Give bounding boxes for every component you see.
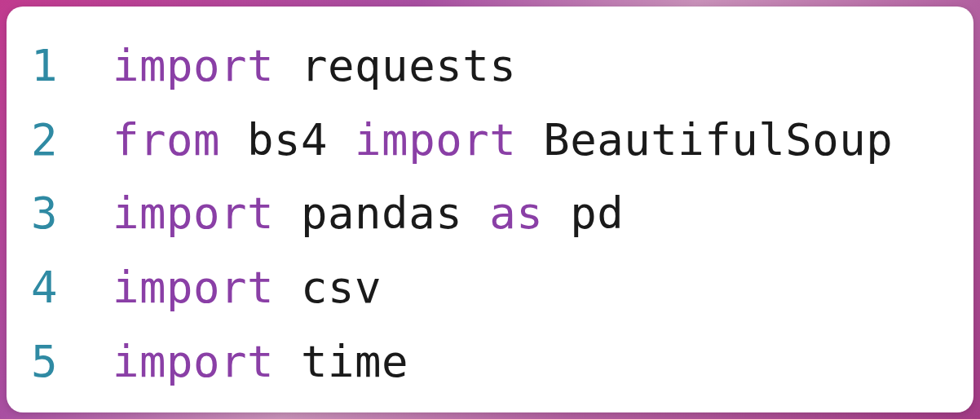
code-line: 1import requests (31, 29, 949, 104)
line-number: 5 (31, 325, 113, 399)
keyword-token: import (113, 336, 274, 387)
keyword-token: import (113, 187, 274, 239)
text-token: csv (274, 262, 382, 313)
keyword-token: import (355, 114, 516, 165)
text-token: pandas (274, 187, 489, 239)
line-number: 2 (31, 104, 113, 178)
text-token: pd (543, 187, 624, 239)
text-token: requests (274, 40, 516, 91)
code-line: 3import pandas as pd (31, 177, 949, 251)
code-line: 5import time (31, 325, 949, 399)
text-token: time (274, 336, 408, 387)
code-card: 1import requests2from bs4 import Beautif… (7, 7, 973, 412)
line-code: import time (113, 325, 408, 399)
code-line: 4import csv (31, 251, 949, 325)
text-token: bs4 (220, 114, 355, 165)
keyword-token: from (113, 114, 220, 165)
text-token: BeautifulSoup (516, 114, 893, 165)
line-code: from bs4 import BeautifulSoup (113, 104, 893, 178)
line-number: 1 (31, 29, 113, 104)
keyword-token: as (489, 187, 543, 239)
line-number: 4 (31, 251, 113, 325)
line-number: 3 (31, 177, 113, 251)
keyword-token: import (113, 262, 274, 313)
line-code: import csv (113, 251, 382, 325)
code-line: 2from bs4 import BeautifulSoup (31, 104, 949, 178)
line-code: import pandas as pd (113, 177, 624, 251)
code-block: 1import requests2from bs4 import Beautif… (31, 29, 949, 399)
keyword-token: import (113, 40, 274, 91)
line-code: import requests (113, 29, 516, 104)
